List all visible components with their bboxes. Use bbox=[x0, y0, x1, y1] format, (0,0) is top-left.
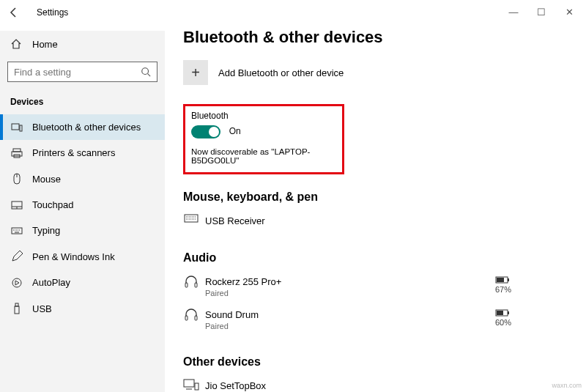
home-icon bbox=[10, 38, 23, 50]
bluetooth-highlight: Bluetooth On Now discoverable as "LAPTOP… bbox=[183, 104, 344, 174]
mouse-icon bbox=[10, 173, 23, 185]
search-icon bbox=[141, 67, 151, 77]
battery-icon bbox=[495, 309, 511, 317]
footer-watermark: waxn.com bbox=[552, 382, 582, 389]
svg-rect-3 bbox=[20, 125, 22, 131]
device-settopbox[interactable]: Jio SetTopBox bbox=[183, 376, 577, 392]
sidebar-item-typing[interactable]: Typing bbox=[0, 218, 165, 243]
close-button[interactable]: ✕ bbox=[555, 1, 583, 22]
minimize-button[interactable]: — bbox=[500, 1, 527, 22]
sidebar-item-label: AutoPlay bbox=[32, 277, 70, 288]
svg-point-15 bbox=[12, 278, 21, 287]
group-header-audio: Audio bbox=[183, 251, 577, 265]
svg-rect-24 bbox=[508, 278, 509, 281]
svg-line-1 bbox=[148, 74, 151, 77]
sidebar: Home Devices Bluetooth & other devices P… bbox=[0, 31, 165, 392]
sidebar-item-label: USB bbox=[32, 303, 52, 314]
group-header-mkp: Mouse, keyboard, & pen bbox=[183, 191, 577, 204]
device-status: Paired bbox=[205, 289, 281, 297]
device-battery: 60% bbox=[495, 309, 511, 327]
app-title: Settings bbox=[37, 7, 68, 18]
maximize-button[interactable]: ☐ bbox=[527, 1, 555, 22]
sidebar-item-touchpad[interactable]: Touchpad bbox=[0, 192, 165, 218]
search-input[interactable] bbox=[14, 67, 131, 78]
svg-rect-32 bbox=[195, 383, 199, 390]
add-button[interactable]: + bbox=[183, 60, 208, 85]
back-button[interactable] bbox=[4, 3, 23, 22]
device-battery: 67% bbox=[495, 276, 511, 294]
add-device-row[interactable]: + Add Bluetooth or other device bbox=[183, 60, 577, 85]
device-name: Jio SetTopBox bbox=[205, 380, 266, 391]
bluetooth-toggle-state: On bbox=[229, 126, 241, 136]
pen-icon bbox=[10, 251, 23, 262]
svg-rect-4 bbox=[13, 149, 21, 152]
device-name: Rockerz 255 Pro+ bbox=[205, 276, 281, 287]
home-button[interactable]: Home bbox=[0, 34, 165, 54]
group-header-other: Other devices bbox=[183, 355, 577, 369]
add-device-label: Add Bluetooth or other device bbox=[218, 67, 344, 78]
device-sounddrum[interactable]: Sound Drum Paired 60% bbox=[183, 305, 577, 338]
keyboard-icon bbox=[10, 227, 23, 234]
arrow-left-icon bbox=[8, 7, 20, 18]
sidebar-item-printers[interactable]: Printers & scanners bbox=[0, 140, 165, 166]
keyboard-icon bbox=[183, 214, 199, 223]
sidebar-item-label: Mouse bbox=[32, 174, 61, 185]
search-box[interactable] bbox=[7, 62, 157, 82]
sidebar-item-label: Pen & Windows Ink bbox=[32, 251, 115, 262]
sidebar-item-label: Touchpad bbox=[32, 199, 73, 210]
header: Settings bbox=[4, 3, 68, 22]
printer-icon bbox=[10, 148, 23, 158]
main-content: Bluetooth & other devices + Add Bluetoot… bbox=[183, 23, 586, 392]
sidebar-item-label: Typing bbox=[32, 225, 60, 236]
svg-rect-5 bbox=[12, 152, 22, 156]
plus-icon: + bbox=[191, 64, 200, 81]
sidebar-item-usb[interactable]: USB bbox=[0, 295, 165, 322]
settop-icon bbox=[183, 379, 199, 391]
sidebar-item-mouse[interactable]: Mouse bbox=[0, 166, 165, 192]
svg-rect-2 bbox=[12, 124, 19, 130]
bluetooth-toggle[interactable] bbox=[191, 125, 220, 138]
device-status: Paired bbox=[205, 322, 259, 330]
sidebar-item-pen[interactable]: Pen & Windows Ink bbox=[0, 243, 165, 270]
touchpad-icon bbox=[10, 201, 23, 210]
svg-rect-31 bbox=[184, 380, 194, 387]
sidebar-item-label: Bluetooth & other devices bbox=[32, 122, 141, 133]
svg-rect-30 bbox=[497, 311, 503, 315]
headphones-icon bbox=[183, 275, 199, 288]
headphones-icon bbox=[183, 308, 199, 321]
svg-rect-12 bbox=[12, 228, 22, 234]
bluetooth-discoverable-text: Now discoverable as "LAPTOP-B5DGO0LU" bbox=[191, 147, 336, 165]
sidebar-item-label: Printers & scanners bbox=[32, 147, 115, 158]
svg-rect-17 bbox=[15, 306, 19, 314]
page-title: Bluetooth & other devices bbox=[183, 28, 577, 47]
svg-rect-25 bbox=[497, 278, 504, 282]
device-name: Sound Drum bbox=[205, 309, 259, 320]
home-label: Home bbox=[32, 39, 58, 50]
svg-rect-16 bbox=[15, 303, 18, 306]
device-usb-receiver[interactable]: USB Receiver bbox=[183, 211, 577, 234]
autoplay-icon bbox=[10, 278, 23, 288]
devices-icon bbox=[10, 122, 23, 133]
titlebar: — ☐ ✕ bbox=[0, 0, 586, 23]
device-name: USB Receiver bbox=[205, 215, 265, 226]
sidebar-item-bluetooth[interactable]: Bluetooth & other devices bbox=[0, 114, 165, 140]
sidebar-item-autoplay[interactable]: AutoPlay bbox=[0, 270, 165, 295]
battery-icon bbox=[495, 276, 511, 284]
usb-icon bbox=[10, 303, 23, 314]
svg-rect-29 bbox=[508, 311, 509, 314]
svg-rect-18 bbox=[185, 215, 198, 222]
device-rockerz[interactable]: Rockerz 255 Pro+ Paired 67% bbox=[183, 272, 577, 305]
bluetooth-label: Bluetooth bbox=[191, 111, 336, 121]
sidebar-section-header: Devices bbox=[0, 92, 165, 111]
svg-point-0 bbox=[142, 68, 149, 75]
